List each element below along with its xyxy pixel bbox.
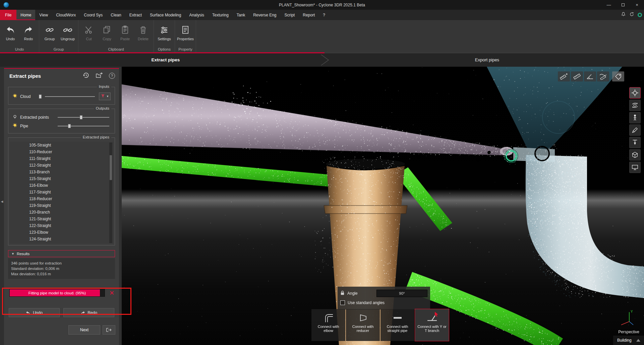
- connect-with-branch-button[interactable]: Connect with Y or T branch: [415, 309, 449, 341]
- menu-help[interactable]: ?: [319, 10, 329, 20]
- menu-texturing[interactable]: Texturing: [208, 10, 233, 20]
- pipe-slider[interactable]: [58, 126, 109, 126]
- properties-button[interactable]: Properties: [176, 22, 194, 41]
- cut-button[interactable]: Cut: [80, 22, 98, 41]
- add-measurement-button[interactable]: [558, 71, 570, 81]
- angle-input[interactable]: [376, 290, 427, 297]
- connect-with-straight-pipe-button[interactable]: Connect with straight pipe: [380, 309, 414, 341]
- menu-tank[interactable]: Tank: [233, 10, 249, 20]
- menu-clean[interactable]: Clean: [107, 10, 125, 20]
- pipe-list-item[interactable]: 123-Elbow: [10, 229, 113, 236]
- cloud-visibility-icon[interactable]: [12, 94, 17, 100]
- panel-redo-button[interactable]: Redo: [63, 308, 114, 317]
- viewcube-tool-button[interactable]: [629, 149, 641, 161]
- copy-button[interactable]: Copy: [98, 22, 116, 41]
- extracted-pipes-list[interactable]: 105-Straight 110-Reducer 111-Straight 11…: [10, 142, 113, 244]
- extracted-points-slider[interactable]: [58, 117, 109, 118]
- settings-button[interactable]: Settings: [155, 22, 173, 41]
- walkthrough-tool-button[interactable]: [629, 112, 641, 123]
- pipe-list-item[interactable]: 120-Branch: [10, 209, 113, 216]
- pipe-list-item[interactable]: 111-Straight: [10, 155, 113, 162]
- pipe-list-item[interactable]: 121-Straight: [10, 216, 113, 222]
- extracted-pipes-group: Extracted pipes 105-Straight 110-Reducer…: [8, 137, 115, 245]
- help-icon[interactable]: ?: [109, 73, 115, 79]
- pan-rotate-tool-button[interactable]: [629, 100, 641, 111]
- measure-distance-button[interactable]: [571, 71, 583, 81]
- measure-angle-button[interactable]: [584, 71, 596, 81]
- pipe-visibility-icon[interactable]: [12, 123, 17, 129]
- paste-button[interactable]: Paste: [116, 22, 134, 41]
- level-label: Building: [617, 338, 632, 343]
- pipe-list-item[interactable]: 117-Straight: [10, 189, 113, 195]
- ungroup-button[interactable]: Ungroup: [59, 22, 77, 41]
- export-step-button[interactable]: [103, 325, 115, 335]
- label-tag-button[interactable]: [612, 71, 624, 81]
- viewport-3d[interactable]: Angle Use standard angles Connect with e…: [122, 67, 644, 345]
- cloud-opacity-handle[interactable]: [39, 95, 42, 99]
- measure-surface-button[interactable]: [597, 71, 609, 81]
- extracted-points-handle[interactable]: [80, 115, 82, 119]
- draw-tool-button[interactable]: [629, 124, 641, 136]
- axis-gizmo[interactable]: Y: [616, 309, 635, 326]
- pipe-list-item[interactable]: 118-Reducer: [10, 195, 113, 202]
- pipes-scrollbar[interactable]: [109, 142, 112, 243]
- plumb-tool-button[interactable]: [629, 137, 641, 148]
- notifications-bell-icon[interactable]: [621, 12, 626, 18]
- menu-script[interactable]: Script: [281, 10, 299, 20]
- next-button[interactable]: Next: [68, 325, 100, 335]
- level-selector[interactable]: Building: [613, 336, 644, 345]
- extracted-points-visibility-icon[interactable]: [12, 114, 17, 120]
- pipe-list-item[interactable]: 105-Straight: [10, 142, 113, 149]
- pipe-list-item[interactable]: 110-Reducer: [10, 149, 113, 155]
- lock-icon[interactable]: [340, 290, 345, 296]
- sync-icon[interactable]: [629, 12, 634, 18]
- connect-with-reducer-button[interactable]: Connect with reducer: [346, 309, 380, 341]
- undo-button[interactable]: Undo: [1, 22, 19, 41]
- pipe-list-item[interactable]: 116-Elbow: [10, 182, 113, 189]
- screen-projection-tool-button[interactable]: [629, 162, 641, 173]
- tab-export-pipes[interactable]: Export pipes: [422, 53, 552, 67]
- account-status-icon[interactable]: [638, 13, 642, 17]
- tab-extract-pipes[interactable]: Extract pipes: [101, 53, 231, 67]
- pipe-list-item[interactable]: 113-Branch: [10, 169, 113, 175]
- menu-report[interactable]: Report: [299, 10, 319, 20]
- menu-surface-modeling[interactable]: Surface Modeling: [146, 10, 185, 20]
- reducer-pipe-icon: [358, 311, 368, 325]
- menu-cloudworx[interactable]: CloudWorx: [52, 10, 80, 20]
- results-header[interactable]: ▼ Results: [8, 250, 115, 257]
- menu-view[interactable]: View: [35, 10, 52, 20]
- history-icon[interactable]: [82, 72, 90, 80]
- group-button[interactable]: Group: [41, 22, 59, 41]
- cancel-fitting-icon[interactable]: ✕: [109, 290, 114, 296]
- scrollbar-thumb[interactable]: [110, 155, 112, 180]
- cloud-opacity-slider[interactable]: [45, 96, 95, 97]
- panel-undo-button[interactable]: Undo: [9, 308, 60, 317]
- orbit-tool-button[interactable]: [629, 87, 641, 99]
- results-line: Standard deviation: 0,006 m: [11, 266, 112, 271]
- pipe-list-item[interactable]: 124-Straight: [10, 236, 113, 242]
- pipe-list-item[interactable]: 115-Straight: [10, 175, 113, 182]
- connect-with-elbow-button[interactable]: Connect with elbow: [311, 309, 345, 341]
- menu-coord-sys[interactable]: Coord Sys: [80, 10, 107, 20]
- pipe-handle[interactable]: [68, 124, 71, 128]
- cloud-filter-button[interactable]: ▼: [99, 93, 111, 100]
- menu-analysis[interactable]: Analysis: [185, 10, 208, 20]
- ribbon-group-undo: Undo Redo Undo: [0, 20, 39, 52]
- menu-home[interactable]: Home: [16, 10, 35, 20]
- pipe-list-item[interactable]: 119-Straight: [10, 202, 113, 209]
- menu-file[interactable]: File: [0, 10, 16, 20]
- pipe-list-item[interactable]: 122-Straight: [10, 222, 113, 229]
- export-scene-icon[interactable]: [96, 72, 103, 80]
- panel-collapse-icon[interactable]: ◀: [0, 198, 4, 205]
- close-button[interactable]: ×: [630, 0, 644, 10]
- standard-angles-checkbox[interactable]: [340, 300, 345, 305]
- menu-extract[interactable]: Extract: [125, 10, 146, 20]
- redo-button[interactable]: Redo: [19, 22, 38, 41]
- maximize-button[interactable]: [616, 0, 630, 10]
- projection-label[interactable]: Perspective: [618, 330, 639, 334]
- delete-button[interactable]: Delete: [134, 22, 152, 41]
- ribbon-group-label: Clipboard: [80, 46, 152, 52]
- menu-reverse-eng[interactable]: Reverse Eng: [249, 10, 280, 20]
- minimize-button[interactable]: —: [602, 0, 616, 10]
- pipe-list-item[interactable]: 112-Straight: [10, 162, 113, 169]
